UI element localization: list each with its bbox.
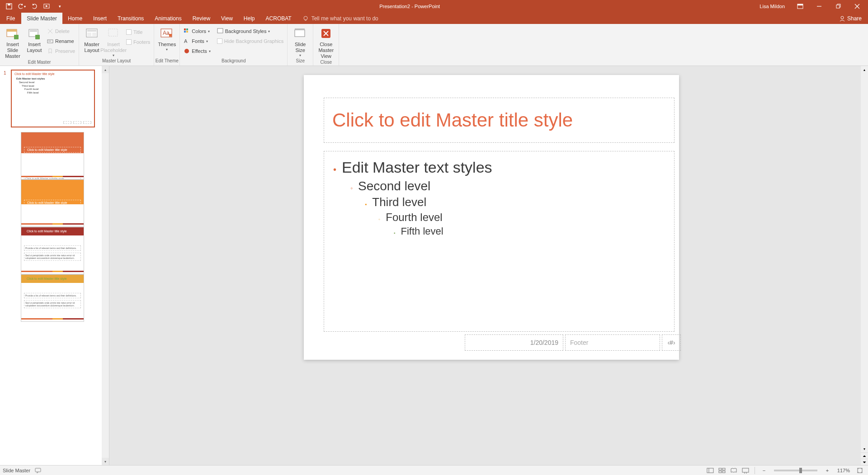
background-styles-button[interactable]: Background Styles▾: [215, 26, 285, 36]
svg-rect-29: [169, 34, 172, 37]
tab-help[interactable]: Help: [238, 13, 260, 24]
tab-acrobat[interactable]: ACROBAT: [260, 13, 297, 24]
slide-canvas: Click to edit Master title style •Edit M…: [109, 66, 868, 465]
tab-insert[interactable]: Insert: [88, 13, 112, 24]
svg-rect-32: [184, 31, 186, 33]
reading-view-button[interactable]: [728, 466, 739, 475]
slide-sorter-view-button[interactable]: [717, 466, 727, 475]
user-name[interactable]: Lisa Mildon: [754, 4, 790, 9]
thumb-layout-4[interactable]: Click to edit Master title style Provide…: [21, 274, 84, 322]
svg-rect-17: [35, 35, 40, 39]
tab-slide-master[interactable]: Slide Master: [21, 13, 62, 24]
title-placeholder[interactable]: Click to edit Master title style: [324, 98, 675, 143]
chevron-down-icon: ▾: [299, 53, 301, 58]
close-master-view-button[interactable]: Close Master View: [315, 25, 337, 60]
scroll-up-button[interactable]: ▴: [102, 66, 109, 73]
zoom-out-button[interactable]: −: [759, 466, 769, 475]
body-level-3: Third level: [372, 195, 426, 209]
insert-layout-button[interactable]: Insert Layout: [24, 25, 45, 53]
tab-home[interactable]: Home: [62, 13, 88, 24]
scroll-down-button[interactable]: ▾: [102, 458, 109, 465]
tab-transitions[interactable]: Transitions: [112, 13, 149, 24]
colors-icon: [184, 28, 190, 34]
tab-view[interactable]: View: [216, 13, 238, 24]
previous-slide-button[interactable]: ⏶: [861, 452, 868, 459]
body-placeholder[interactable]: •Edit Master text styles ◦Second level ▪…: [324, 151, 675, 332]
normal-view-button[interactable]: [705, 466, 716, 475]
checkbox-icon: [126, 39, 132, 45]
canvas-scrollbar[interactable]: ▴ ▾ ⏶ ⏷: [861, 66, 868, 465]
effects-button[interactable]: Effects▾: [182, 46, 212, 56]
insert-slide-master-label: Insert Slide Master: [2, 42, 24, 60]
master-layout-button[interactable]: Master Layout: [81, 25, 103, 53]
tab-file[interactable]: File: [0, 13, 21, 24]
svg-rect-48: [722, 471, 725, 473]
slide-size-button[interactable]: Slide Size ▾: [289, 25, 311, 58]
themes-icon: Aa: [160, 26, 174, 41]
thumb-layout-1[interactable]: Click to edit Master title style Click t…: [21, 132, 84, 179]
insert-layout-label: Insert Layout: [24, 42, 45, 53]
svg-rect-45: [719, 468, 722, 470]
save-button[interactable]: [4, 1, 14, 12]
zoom-slider[interactable]: [774, 470, 817, 471]
zoom-in-button[interactable]: +: [822, 466, 833, 475]
title-bar: ▾ ▾ Presentation2 - PowerPoint Lisa Mild…: [0, 0, 868, 13]
group-size: Slide Size ▾ Size: [288, 24, 313, 66]
ribbon-tabs: File Slide Master Home Insert Transition…: [0, 13, 868, 24]
tab-review[interactable]: Review: [187, 13, 216, 24]
checkbox-icon: [126, 29, 132, 35]
themes-button[interactable]: Aa Themes ▾: [156, 25, 178, 52]
quick-access-toolbar: ▾ ▾: [0, 1, 65, 12]
undo-button[interactable]: ▾: [16, 1, 27, 12]
scroll-down-button[interactable]: ▾: [861, 445, 868, 452]
share-button[interactable]: Share: [833, 13, 868, 24]
next-slide-button[interactable]: ⏷: [861, 459, 868, 465]
thumbnail-scrollbar[interactable]: ▴ ▾: [102, 66, 109, 465]
layout-icon: [27, 26, 42, 41]
group-background: Colors▾ AFonts▾ Effects▾ Background Styl…: [180, 24, 288, 66]
svg-rect-16: [30, 30, 37, 32]
thumb-layout-2[interactable]: Click to edit Master title style Click t…: [21, 179, 84, 227]
footer-placeholder[interactable]: Footer: [565, 334, 660, 351]
svg-rect-14: [14, 35, 19, 39]
placeholder-icon: [106, 26, 121, 41]
svg-rect-1: [8, 4, 10, 5]
thumbnail-panel: 1 Click to edit Master title style Edit …: [0, 66, 109, 465]
ribbon-display-options-button[interactable]: [791, 0, 809, 13]
minimize-button[interactable]: [810, 0, 828, 13]
slide-number-placeholder[interactable]: ‹#›: [662, 334, 681, 351]
window-title: Presentation2 - PowerPoint: [65, 4, 754, 9]
close-button[interactable]: [848, 0, 866, 13]
colors-button[interactable]: Colors▾: [182, 26, 212, 36]
insert-slide-master-button[interactable]: Insert Slide Master: [2, 25, 24, 60]
close-master-label: Close Master View: [315, 42, 337, 60]
zoom-level[interactable]: 117%: [834, 468, 854, 473]
slide-master-preview[interactable]: Click to edit Master title style •Edit M…: [304, 75, 679, 360]
footers-checkbox: Footers: [124, 37, 152, 47]
redo-button[interactable]: [29, 1, 40, 12]
svg-rect-42: [35, 468, 41, 472]
thumb-master-slide[interactable]: Click to edit Master title style Edit Ma…: [11, 70, 95, 127]
fonts-button[interactable]: AFonts▾: [182, 36, 212, 46]
comments-button[interactable]: [35, 467, 41, 474]
start-from-beginning-button[interactable]: [42, 1, 52, 12]
fit-to-window-button[interactable]: [854, 466, 865, 475]
slide-size-label: Slide Size: [289, 42, 311, 53]
qat-customize-button[interactable]: ▾: [54, 1, 65, 12]
scroll-up-button[interactable]: ▴: [861, 66, 868, 73]
hide-bg-checkbox: Hide Background Graphics: [215, 36, 285, 46]
title-checkbox: Title: [124, 27, 152, 37]
thumb-master[interactable]: 1 Click to edit Master title style Edit …: [4, 70, 109, 127]
preserve-icon: [47, 48, 53, 54]
body-level-4: Fourth level: [386, 211, 442, 224]
insert-placeholder-label: Insert Placeholder: [100, 42, 127, 53]
restore-button[interactable]: [829, 0, 847, 13]
svg-rect-49: [742, 468, 749, 472]
rename-button[interactable]: Rename: [45, 36, 77, 46]
tell-me-search[interactable]: Tell me what you want to do: [297, 13, 384, 24]
svg-point-9: [304, 16, 307, 20]
slideshow-button[interactable]: [740, 466, 751, 475]
tab-animations[interactable]: Animations: [149, 13, 187, 24]
thumb-layout-3[interactable]: Click to edit Master title style Provide…: [21, 227, 84, 274]
date-placeholder[interactable]: 1/20/2019: [465, 334, 563, 351]
